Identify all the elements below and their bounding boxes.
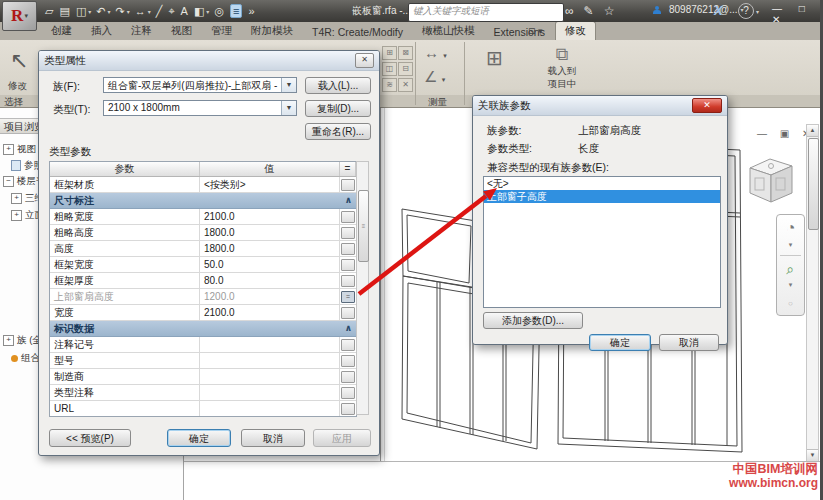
more-tools-icon[interactable]: » — [248, 5, 254, 17]
cancel-button[interactable]: 取消 — [241, 429, 305, 447]
collapse-chevron-icon[interactable]: ∧ — [345, 193, 356, 208]
param-value[interactable] — [200, 401, 340, 417]
associate-param-button[interactable] — [341, 259, 355, 271]
close-icon[interactable]: ✕ — [355, 53, 374, 68]
ok-button[interactable]: 确定 — [589, 334, 651, 351]
angle-measure-icon[interactable]: ∠ ▾ — [424, 68, 445, 86]
param-value[interactable]: <按类别> — [200, 177, 340, 193]
table-scrollbar-thumb[interactable]: ≡ — [358, 190, 369, 262]
collapse-chevron-icon[interactable]: ∧ — [345, 321, 356, 336]
undo-icon[interactable]: ↶ — [96, 5, 105, 18]
ribbon-tab-创建[interactable]: 创建 — [42, 22, 81, 40]
scroll-up-icon[interactable]: ▲ — [807, 125, 818, 137]
save-icon[interactable]: ▤ — [59, 5, 69, 18]
param-value[interactable]: 1200.0 — [200, 289, 340, 305]
ribbon-tab-注释[interactable]: 注释 — [122, 22, 161, 40]
cancel-button[interactable]: 取消 — [659, 334, 719, 351]
chevron-down-icon[interactable]: ▼ — [281, 101, 296, 115]
window-controls[interactable]: — □ ✕ — [772, 3, 823, 25]
sync-icon[interactable]: ◫ — [76, 5, 86, 18]
modify-arrow-icon[interactable]: ↖ — [10, 48, 28, 74]
expand-icon[interactable]: + — [3, 144, 14, 155]
expand-icon[interactable]: + — [11, 193, 22, 204]
ribbon-tab-修改[interactable]: 修改 — [555, 21, 596, 40]
help-button[interactable]: ? — [738, 3, 754, 19]
search-icon[interactable]: ∞ — [565, 4, 574, 18]
vertical-scrollbar[interactable]: ▲ ▼ — [806, 124, 819, 461]
ribbon-tab-橄榄山快模[interactable]: 橄榄山快模 — [413, 22, 484, 40]
ribbon-state-menu[interactable]: ⊡ ▾ — [528, 26, 543, 36]
scroll-down-icon[interactable]: ▼ — [807, 449, 818, 461]
param-value[interactable] — [200, 337, 340, 353]
preview-button[interactable]: << 预览(P) — [49, 429, 131, 447]
associate-param-button[interactable] — [341, 179, 355, 191]
user-account-button[interactable]: 809876212@... ▾ — [648, 4, 744, 15]
close-icon[interactable]: ✕ — [692, 98, 722, 113]
param-row[interactable]: 类型注释 — [50, 385, 356, 401]
family-types-icon[interactable]: ⊞ — [486, 46, 503, 70]
associate-param-button[interactable] — [341, 227, 355, 239]
param-row[interactable]: 框架材质<按类别> — [50, 177, 356, 193]
dimension-icon-menu[interactable]: ▾ — [148, 8, 151, 15]
undo-icon-menu[interactable]: ▾ — [108, 8, 111, 15]
redo-icon-menu[interactable]: ▾ — [127, 8, 130, 15]
compatible-param-item[interactable]: 上部窗子高度 — [484, 190, 720, 203]
ribbon-tab-附加模块[interactable]: 附加模块 — [242, 22, 302, 40]
redo-icon[interactable]: ↷ — [116, 5, 125, 18]
ribbon-small-icon[interactable]: ⊞ — [382, 46, 397, 60]
ok-button[interactable]: 确定 — [167, 429, 231, 447]
param-row[interactable]: 制造商 — [50, 369, 356, 385]
param-row[interactable]: 框架宽度50.0 — [50, 257, 356, 273]
load-button[interactable]: 载入(L)... — [305, 77, 371, 94]
param-section-header[interactable]: 标识数据∧ — [50, 321, 356, 337]
table-scrollbar[interactable]: ≡ — [356, 161, 369, 415]
associate-param-button[interactable] — [341, 307, 355, 319]
default-3d-view-icon-menu[interactable]: ▾ — [206, 8, 209, 15]
measure-icon[interactable]: ╱ — [156, 5, 163, 18]
associate-param-button[interactable] — [341, 387, 355, 399]
param-value[interactable] — [200, 385, 340, 401]
ribbon-tab-Extensions[interactable]: Extensions — [485, 24, 554, 40]
param-row[interactable]: 框架厚度80.0 — [50, 273, 356, 289]
type-select[interactable]: 2100 x 1800mm ▼ — [103, 100, 297, 116]
associate-param-button[interactable] — [341, 275, 355, 287]
search-input[interactable]: 键入关键字或短语 — [408, 3, 564, 22]
sync-icon-menu[interactable]: ▾ — [88, 8, 91, 15]
associate-dialog-title-bar[interactable]: 关联族参数 ✕ — [473, 96, 727, 116]
ribbon-small-icon[interactable]: ✕ — [398, 78, 413, 92]
ribbon-small-icon[interactable]: ◫ — [382, 62, 397, 76]
thin-lines-icon[interactable]: ≡ — [230, 4, 242, 18]
param-value[interactable]: 2100.0 — [200, 209, 340, 225]
param-row[interactable]: 宽度2100.0 — [50, 305, 356, 321]
help-menu-arrow-icon[interactable]: ▾ — [756, 8, 759, 15]
param-value[interactable] — [200, 353, 340, 369]
param-value[interactable]: 50.0 — [200, 257, 340, 273]
measure-tool-icon[interactable]: ↔ ▾ — [424, 44, 447, 61]
ribbon-tab-插入[interactable]: 插入 — [82, 22, 121, 40]
associate-param-button[interactable] — [341, 339, 355, 351]
default-3d-view-icon[interactable]: ◧ — [194, 5, 204, 18]
text-icon[interactable]: A — [181, 5, 188, 17]
navbar-menu-arrow-icon[interactable]: ▾ — [777, 241, 804, 249]
associate-param-button[interactable] — [341, 211, 355, 223]
ribbon-small-icon[interactable]: ⊠ — [398, 46, 413, 60]
add-parameter-button[interactable]: 添加参数(D)... — [483, 312, 583, 329]
compatible-params-list[interactable]: <无>上部窗子高度 — [483, 176, 721, 308]
param-value[interactable]: 80.0 — [200, 273, 340, 289]
compatible-param-item[interactable]: <无> — [484, 177, 720, 190]
type-properties-title-bar[interactable]: 类型属性 ✕ — [39, 51, 379, 71]
param-row[interactable]: 粗略高度1800.0 — [50, 225, 356, 241]
section-icon[interactable]: ◎ — [214, 5, 224, 18]
param-value[interactable] — [200, 369, 340, 385]
application-menu-button[interactable]: R ▾ — [2, 1, 37, 31]
ribbon-small-icon[interactable]: ≋ — [382, 78, 397, 92]
ribbon-small-icon[interactable]: ⊟ — [398, 62, 413, 76]
param-value[interactable]: 1800.0 — [200, 241, 340, 257]
param-row[interactable]: 上部窗扇高度1200.0= — [50, 289, 356, 305]
param-value[interactable]: 1800.0 — [200, 225, 340, 241]
param-row[interactable]: URL — [50, 401, 356, 417]
param-row[interactable]: 高度1800.0 — [50, 241, 356, 257]
ribbon-tab-视图[interactable]: 视图 — [162, 22, 201, 40]
favorites-icon[interactable]: ☆ — [604, 4, 615, 18]
exchange-apps-button[interactable]: X — [714, 3, 723, 18]
